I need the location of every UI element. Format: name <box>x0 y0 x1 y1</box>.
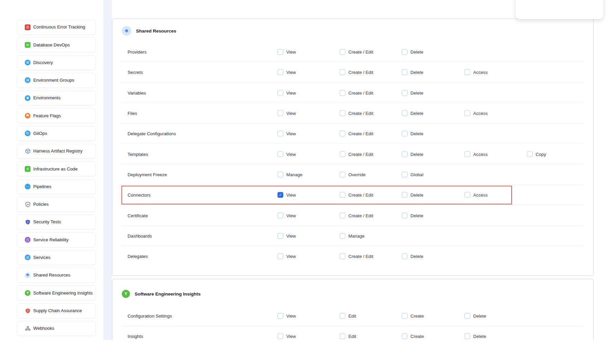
permission-files-view[interactable]: View <box>277 110 296 116</box>
sidebar-item-discovery[interactable]: ⊚Discovery <box>17 55 96 70</box>
permission-connectors-view[interactable]: ✓View <box>277 192 296 198</box>
sidebar-item-security-tests[interactable]: Security Tests <box>17 215 96 229</box>
checkbox-secrets-delete[interactable] <box>402 69 407 75</box>
sidebar-item-infrastructure-as-code[interactable]: #Infrastructure as Code <box>17 161 96 176</box>
checkbox-providers-view[interactable] <box>277 49 283 55</box>
permission-templates-access[interactable]: Access <box>464 151 488 157</box>
permission-secrets-view[interactable]: View <box>277 69 296 75</box>
sidebar-item-webhooks[interactable]: Webhooks <box>17 321 96 336</box>
checkbox-deployment-freeze-manage[interactable] <box>277 171 283 177</box>
permission-certificate-delete[interactable]: Delete <box>402 213 423 218</box>
permission-delegate-configurations-create-edit[interactable]: Create / Edit <box>340 131 373 137</box>
checkbox-variables-view[interactable] <box>277 90 283 96</box>
permission-secrets-access[interactable]: Access <box>464 69 488 75</box>
checkbox-templates-access[interactable] <box>464 151 470 157</box>
permission-deployment-freeze-manage[interactable]: Manage <box>277 171 303 177</box>
permission-variables-delete[interactable]: Delete <box>402 90 423 96</box>
checkbox-variables-delete[interactable] <box>402 90 407 96</box>
permission-delegates-delete[interactable]: Delete <box>402 254 423 259</box>
sidebar-item-database-devops[interactable]: ∞Database DevOps <box>17 37 96 52</box>
permission-secrets-create-edit[interactable]: Create / Edit <box>340 69 373 75</box>
permission-providers-view[interactable]: View <box>277 49 296 55</box>
checkbox-templates-view[interactable] <box>277 151 283 157</box>
checkbox-connectors-access[interactable] <box>464 192 470 198</box>
sidebar-item-harness-artifact-registry[interactable]: Harness Artifact Registry <box>17 144 96 159</box>
checkbox-configuration-settings-view[interactable] <box>277 313 283 319</box>
checkbox-insights-delete[interactable] <box>464 333 470 339</box>
permission-certificate-create-edit[interactable]: Create / Edit <box>340 213 373 218</box>
checkbox-templates-delete[interactable] <box>402 151 407 157</box>
permission-dashboards-view[interactable]: View <box>277 233 296 239</box>
checkbox-delegate-configurations-view[interactable] <box>277 131 283 137</box>
checkbox-configuration-settings-edit[interactable] <box>340 313 345 319</box>
sidebar-item-service-reliability[interactable]: ◷Service Reliability <box>17 232 96 247</box>
sidebar-item-shared-resources[interactable]: ❖Shared Resources <box>17 268 96 283</box>
sidebar-item-continuous-error-tracking[interactable]: ◎Continuous Error Tracking <box>17 20 96 35</box>
sidebar-item-pipelines[interactable]: ⋯Pipelines <box>17 179 96 194</box>
permission-deployment-freeze-global[interactable]: Global <box>402 171 423 177</box>
checkbox-variables-create-edit[interactable] <box>340 90 345 96</box>
permission-configuration-settings-delete[interactable]: Delete <box>464 313 486 319</box>
permission-providers-create-edit[interactable]: Create / Edit <box>340 49 373 55</box>
checkbox-delegate-configurations-create-edit[interactable] <box>340 131 345 137</box>
permission-variables-create-edit[interactable]: Create / Edit <box>340 90 373 96</box>
permission-connectors-delete[interactable]: Delete <box>402 192 423 198</box>
checkbox-insights-view[interactable] <box>277 333 283 339</box>
permission-insights-delete[interactable]: Delete <box>464 333 486 339</box>
permission-deployment-freeze-override[interactable]: Override <box>340 171 366 177</box>
permission-delegate-configurations-delete[interactable]: Delete <box>402 131 423 137</box>
permission-delegates-create-edit[interactable]: Create / Edit <box>340 254 373 259</box>
checkbox-providers-delete[interactable] <box>402 49 407 55</box>
checkbox-files-delete[interactable] <box>402 110 407 116</box>
checkbox-delegate-configurations-delete[interactable] <box>402 131 407 137</box>
checkbox-templates-create-edit[interactable] <box>340 151 345 157</box>
checkbox-delegates-delete[interactable] <box>402 254 407 259</box>
sidebar-item-feature-flags[interactable]: ⚑Feature Flags <box>17 108 96 123</box>
content-scrollbar[interactable] <box>103 0 112 340</box>
checkbox-deployment-freeze-global[interactable] <box>402 171 407 177</box>
permission-connectors-access[interactable]: Access <box>464 192 488 198</box>
checkbox-dashboards-view[interactable] <box>277 233 283 239</box>
checkbox-secrets-access[interactable] <box>464 69 470 75</box>
permission-files-delete[interactable]: Delete <box>402 110 423 116</box>
checkbox-delegates-create-edit[interactable] <box>340 254 345 259</box>
permission-insights-create[interactable]: Create <box>402 333 424 339</box>
permission-delegate-configurations-view[interactable]: View <box>277 131 296 137</box>
checkbox-insights-edit[interactable] <box>340 333 345 339</box>
permission-configuration-settings-edit[interactable]: Edit <box>340 313 356 319</box>
permission-variables-view[interactable]: View <box>277 90 296 96</box>
permission-templates-create-edit[interactable]: Create / Edit <box>340 151 373 157</box>
checkbox-files-access[interactable] <box>464 110 470 116</box>
sidebar-item-services[interactable]: ◎Services <box>17 250 96 265</box>
checkbox-configuration-settings-create[interactable] <box>402 313 407 319</box>
permission-configuration-settings-create[interactable]: Create <box>402 313 424 319</box>
checkbox-connectors-create-edit[interactable] <box>340 192 345 198</box>
permission-templates-view[interactable]: View <box>277 151 296 157</box>
sidebar-item-gitops[interactable]: ↻GitOps <box>17 126 96 141</box>
permission-providers-delete[interactable]: Delete <box>402 49 423 55</box>
checkbox-configuration-settings-delete[interactable] <box>464 313 470 319</box>
checkbox-files-view[interactable] <box>277 110 283 116</box>
sidebar-item-environment-groups[interactable]: ⊛Environment Groups <box>17 73 96 88</box>
checkbox-insights-create[interactable] <box>402 333 407 339</box>
permission-secrets-delete[interactable]: Delete <box>402 69 423 75</box>
permission-certificate-view[interactable]: View <box>277 213 296 218</box>
checkbox-secrets-create-edit[interactable] <box>340 69 345 75</box>
permission-insights-view[interactable]: View <box>277 333 296 339</box>
permission-connectors-create-edit[interactable]: Create / Edit <box>340 192 373 198</box>
sidebar-item-software-engineering-insights[interactable]: YSoftware Engineering Insights <box>17 285 96 300</box>
checkbox-connectors-view[interactable]: ✓ <box>277 192 283 198</box>
checkbox-delegates-view[interactable] <box>277 254 283 259</box>
checkbox-providers-create-edit[interactable] <box>340 49 345 55</box>
checkbox-certificate-create-edit[interactable] <box>340 213 345 218</box>
sidebar-item-supply-chain-assurance[interactable]: Supply Chain Assurance <box>17 303 96 318</box>
permission-templates-copy[interactable]: Copy <box>527 151 546 157</box>
permission-templates-delete[interactable]: Delete <box>402 151 423 157</box>
checkbox-templates-copy[interactable] <box>527 151 533 157</box>
permission-configuration-settings-view[interactable]: View <box>277 313 296 319</box>
checkbox-deployment-freeze-override[interactable] <box>340 171 345 177</box>
checkbox-connectors-delete[interactable] <box>402 192 407 198</box>
permission-insights-edit[interactable]: Edit <box>340 333 356 339</box>
permission-delegates-view[interactable]: View <box>277 254 296 259</box>
checkbox-files-create-edit[interactable] <box>340 110 345 116</box>
